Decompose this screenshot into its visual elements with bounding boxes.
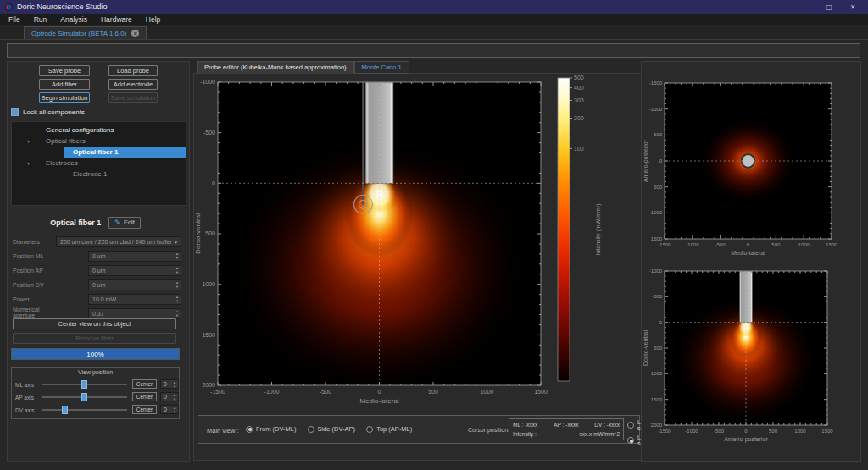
radio-top-view[interactable]: Top (AP-ML) xyxy=(366,425,412,433)
radio-side-view[interactable]: Side (DV-AP) xyxy=(308,425,356,433)
left-panel: Save probe Load probe Add fiber Add elec… xyxy=(7,61,190,462)
svg-text:500: 500 xyxy=(574,75,584,80)
menu-analysis[interactable]: Analysis xyxy=(60,15,87,24)
cursor-ml-value: ML : -xxxx xyxy=(513,422,537,428)
ap-center-button[interactable]: Center xyxy=(132,392,157,401)
spinner-arrows-icon[interactable]: ▲▼ xyxy=(173,381,176,389)
begin-simulation-button[interactable]: Begin simulation xyxy=(39,92,90,103)
numerical-aperture-label: Numerical aperture xyxy=(13,307,53,318)
tree-item-label: Optical fiber 1 xyxy=(73,148,118,156)
svg-text:-500: -500 xyxy=(715,242,726,247)
add-fiber-button[interactable]: Add fiber xyxy=(39,79,90,90)
dv-axis-label: DV axis xyxy=(15,407,34,413)
menu-hardware[interactable]: Hardware xyxy=(101,15,132,24)
close-icon[interactable]: ✕ xyxy=(843,3,863,11)
tab-close-icon[interactable]: ✕ xyxy=(131,30,139,37)
spinner-arrows-icon[interactable]: ▲▼ xyxy=(175,252,179,260)
maximize-icon[interactable]: ▢ xyxy=(819,3,839,11)
diameters-dropdown[interactable]: 200 um core / 220 um clad / 240 um buffe… xyxy=(56,236,181,247)
cursor-intensity-label: Intensity : xyxy=(513,431,537,437)
power-field[interactable]: 10.0 mW ▲▼ xyxy=(88,294,181,305)
ml-axis-slider-handle[interactable] xyxy=(81,380,87,389)
ml-axis-slider[interactable] xyxy=(42,384,127,385)
tree-item-general-configurations[interactable]: General configurations xyxy=(12,124,186,135)
side-view-heatmap[interactable]: -1500-1000-500050010001500-1000-50005001… xyxy=(642,258,862,448)
window-controls: — ▢ ✕ xyxy=(795,3,863,11)
add-electrode-button[interactable]: Add electrode xyxy=(108,79,158,90)
tree-expand-icon[interactable]: ▾ xyxy=(27,138,30,144)
position-dv-field[interactable]: 0 um ▲▼ xyxy=(88,279,181,290)
position-ap-field[interactable]: 0 um ▲▼ xyxy=(88,265,181,276)
lock-all-components-checkbox[interactable] xyxy=(11,108,19,116)
position-ml-value: 0 um xyxy=(92,253,106,259)
radio-side-label: Side (DV-AP) xyxy=(318,425,356,433)
save-probe-button[interactable]: Save probe xyxy=(39,65,90,76)
svg-text:-1000: -1000 xyxy=(649,107,663,112)
position-dv-row: Position DV 0 um ▲▼ xyxy=(13,279,181,291)
svg-text:0: 0 xyxy=(744,429,748,434)
svg-text:-1000: -1000 xyxy=(686,242,699,247)
ap-axis-label: AP axis xyxy=(15,395,34,401)
svg-text:Dorso-ventral: Dorso-ventral xyxy=(643,330,648,366)
window-title: Doric Neuroscience Studio xyxy=(17,3,108,11)
tree-item-optical-fibers[interactable]: ▾ Optical fibers xyxy=(12,135,186,147)
svg-text:-1500: -1500 xyxy=(658,242,671,247)
load-probe-button[interactable]: Load probe xyxy=(108,65,158,76)
spinner-arrows-icon[interactable]: ▲▼ xyxy=(173,406,176,414)
edit-button[interactable]: ✎ Edit xyxy=(108,217,141,229)
svg-text:1500: 1500 xyxy=(534,389,548,395)
position-dv-label: Position DV xyxy=(13,282,53,288)
tab-probe-editor[interactable]: Probe editor (Kubelka-Munk based approxi… xyxy=(197,61,354,74)
radio-icon xyxy=(246,426,253,433)
tree-item-electrodes[interactable]: ▾ Electrodes xyxy=(12,158,186,169)
position-ap-label: Position AP xyxy=(13,268,53,274)
lock-all-components-label: Lock all components xyxy=(23,108,85,116)
menu-help[interactable]: Help xyxy=(146,15,160,24)
spinner-arrows-icon[interactable]: ▲▼ xyxy=(175,310,179,318)
top-view-heatmap[interactable]: -1500-1000-500050010001500-1500-1000-500… xyxy=(642,69,862,258)
radio-front-view[interactable]: Front (DV-ML) xyxy=(246,425,297,433)
ap-axis-slider[interactable] xyxy=(42,396,127,398)
position-ap-row: Position AP 0 um ▲▼ xyxy=(13,265,181,277)
tree-item-electrode-1[interactable]: Electrode 1 xyxy=(12,169,186,180)
tab-optrode-simulator[interactable]: Optrode Simulator (BETA 1.6.0) ✕ xyxy=(24,26,147,39)
spinner-arrows-icon[interactable]: ▲▼ xyxy=(173,394,176,401)
app-logo-icon xyxy=(5,3,13,11)
ml-center-button[interactable]: Center xyxy=(132,379,157,389)
radio-top-label: Top (AP-ML) xyxy=(376,425,412,433)
ml-value-field[interactable]: 0 ▲▼ xyxy=(160,379,179,389)
svg-text:-1500: -1500 xyxy=(658,429,671,434)
svg-text:400: 400 xyxy=(574,85,584,91)
dv-axis-slider-handle[interactable] xyxy=(62,406,68,414)
tree-item-optical-fiber-1[interactable]: Optical fiber 1 xyxy=(12,147,186,158)
tab-monte-carlo[interactable]: Monte Carlo 1 xyxy=(354,61,409,74)
center-panel: Probe editor (Kubelka-Munk based approxi… xyxy=(193,61,658,462)
menu-file[interactable]: File xyxy=(8,15,20,24)
minimize-icon[interactable]: — xyxy=(795,3,815,11)
position-ml-field[interactable]: 0 um ▲▼ xyxy=(88,251,181,262)
spinner-arrows-icon[interactable]: ▲▼ xyxy=(175,296,179,303)
svg-text:-500: -500 xyxy=(203,130,215,135)
center-view-button[interactable]: Center view on this object xyxy=(13,318,176,329)
radio-front-label: Front (DV-ML) xyxy=(256,425,297,433)
ap-value-field[interactable]: 0 ▲▼ xyxy=(160,392,179,401)
spinner-arrows-icon[interactable]: ▲▼ xyxy=(175,281,179,289)
svg-text:1000: 1000 xyxy=(481,389,494,395)
front-view-heatmap[interactable]: -1500-1000-500050010001500-1000-50005001… xyxy=(193,75,651,412)
position-ap-value: 0 um xyxy=(92,268,106,274)
menu-run[interactable]: Run xyxy=(34,15,47,24)
svg-text:500: 500 xyxy=(205,230,215,236)
dv-center-button[interactable]: Center xyxy=(132,405,157,414)
svg-text:200: 200 xyxy=(574,115,584,121)
dv-axis-slider[interactable] xyxy=(42,409,127,411)
svg-text:-1000: -1000 xyxy=(649,268,663,274)
editor-tab-bar: Probe editor (Kubelka-Munk based approxi… xyxy=(197,61,409,74)
ap-axis-row: AP axis Center 0 ▲▼ xyxy=(14,392,179,402)
tree-expand-icon[interactable]: ▾ xyxy=(27,160,30,166)
dv-value-field[interactable]: 0 ▲▼ xyxy=(160,405,179,414)
svg-text:300: 300 xyxy=(574,97,584,103)
ap-axis-slider-handle[interactable] xyxy=(81,393,87,401)
spinner-arrows-icon[interactable]: ▲▼ xyxy=(175,267,179,274)
right-panel: -1500-1000-500050010001500-1500-1000-500… xyxy=(641,61,861,462)
dv-axis-row: DV axis Center 0 ▲▼ xyxy=(14,405,179,415)
